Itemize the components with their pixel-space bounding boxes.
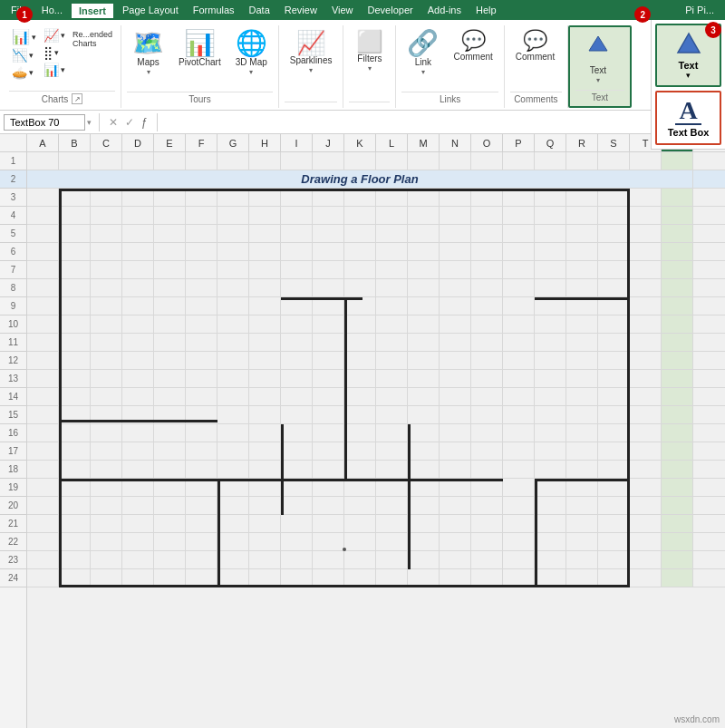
cell-u1[interactable] xyxy=(662,152,693,170)
row-15[interactable]: 15 xyxy=(0,406,26,424)
cell-t5[interactable] xyxy=(630,225,662,242)
link-btn[interactable]: 🔗 Link ▾ xyxy=(401,27,444,80)
cell-g24[interactable] xyxy=(218,569,249,587)
cell-r12[interactable] xyxy=(566,352,598,369)
cell-n6[interactable] xyxy=(440,243,471,260)
cell-q21[interactable] xyxy=(535,515,566,532)
col-header-a[interactable]: A xyxy=(27,134,59,151)
insert-function-icon[interactable]: ƒ xyxy=(140,116,150,129)
cell-t6[interactable] xyxy=(630,243,662,260)
cell-t19[interactable] xyxy=(630,479,662,496)
cell-s9[interactable] xyxy=(598,297,630,315)
cell-a21[interactable] xyxy=(27,515,59,532)
cell-j8[interactable] xyxy=(313,279,344,296)
cell-d20[interactable] xyxy=(122,497,154,514)
row-3[interactable]: 3 xyxy=(0,189,26,207)
cell-o8[interactable] xyxy=(471,279,503,296)
cell-d6[interactable] xyxy=(122,243,154,260)
cell-r18[interactable] xyxy=(566,461,598,478)
cell-r17[interactable] xyxy=(566,442,598,460)
cell-u16[interactable] xyxy=(662,424,693,442)
cell-b21[interactable] xyxy=(59,515,91,532)
cell-d17[interactable] xyxy=(122,442,154,460)
cell-t4[interactable] xyxy=(630,207,662,224)
cell-i6[interactable] xyxy=(281,243,313,260)
cell-n5[interactable] xyxy=(440,225,471,242)
cell-u9[interactable] xyxy=(662,297,693,315)
cell-f20[interactable] xyxy=(186,497,218,514)
cell-q3[interactable] xyxy=(535,189,566,206)
cell-d14[interactable] xyxy=(122,388,154,405)
cell-f22[interactable] xyxy=(186,533,218,550)
cell-g6[interactable] xyxy=(218,243,249,260)
cell-m21[interactable] xyxy=(408,515,440,532)
cell-l4[interactable] xyxy=(376,207,408,224)
cell-o19[interactable] xyxy=(471,479,503,496)
cell-q24[interactable] xyxy=(535,569,566,587)
cell-l16[interactable] xyxy=(376,424,408,442)
cell-c4[interactable] xyxy=(91,207,122,224)
cell-u5[interactable] xyxy=(662,225,693,242)
cell-k16[interactable] xyxy=(344,424,376,442)
cell-c12[interactable] xyxy=(91,352,122,369)
cell-j13[interactable] xyxy=(313,370,344,387)
cell-d7[interactable] xyxy=(122,261,154,278)
cell-k17[interactable] xyxy=(344,442,376,460)
cell-t18[interactable] xyxy=(630,461,662,478)
cell-u12[interactable] xyxy=(662,352,693,369)
cell-a11[interactable] xyxy=(27,334,59,351)
cell-s14[interactable] xyxy=(598,388,630,405)
cell-m3[interactable] xyxy=(408,189,440,206)
cell-k9[interactable] xyxy=(344,297,376,315)
cell-p11[interactable] xyxy=(503,334,535,351)
cell-a18[interactable] xyxy=(27,461,59,478)
cell-b14[interactable] xyxy=(59,388,91,405)
cell-b1[interactable] xyxy=(59,152,91,170)
cell-p21[interactable] xyxy=(503,515,535,532)
cell-c7[interactable] xyxy=(91,261,122,278)
cell-k12[interactable] xyxy=(344,352,376,369)
text-dropdown-btn[interactable]: Text ▾ xyxy=(575,29,621,88)
cell-a3[interactable] xyxy=(27,189,59,206)
cell-t15[interactable] xyxy=(630,406,662,423)
cell-d13[interactable] xyxy=(122,370,154,387)
cell-l11[interactable] xyxy=(376,334,408,351)
cell-j21[interactable] xyxy=(313,515,344,532)
cell-g22[interactable] xyxy=(218,533,249,550)
cell-s4[interactable] xyxy=(598,207,630,224)
cell-e8[interactable] xyxy=(154,279,186,296)
cell-c21[interactable] xyxy=(91,515,122,532)
cell-f6[interactable] xyxy=(186,243,218,260)
cell-e12[interactable] xyxy=(154,352,186,369)
cell-b9[interactable] xyxy=(59,297,91,315)
pivotchart-btn[interactable]: 📊 PivotChart xyxy=(173,27,227,71)
row-20[interactable]: 20 xyxy=(0,497,26,515)
cell-e13[interactable] xyxy=(154,370,186,387)
cell-m24[interactable] xyxy=(408,569,440,587)
cell-r1[interactable] xyxy=(566,152,598,170)
cell-i15[interactable] xyxy=(281,406,313,423)
cell-p7[interactable] xyxy=(503,261,535,278)
row-1[interactable]: 1 xyxy=(0,152,26,170)
cell-s24[interactable] xyxy=(598,569,630,587)
cell-s5[interactable] xyxy=(598,225,630,242)
cell-u6[interactable] xyxy=(662,243,693,260)
cell-u23[interactable] xyxy=(662,551,693,568)
cell-c17[interactable] xyxy=(91,442,122,460)
cell-f16[interactable] xyxy=(186,424,218,442)
col-header-m[interactable]: M xyxy=(408,134,440,151)
menu-insert[interactable]: Insert xyxy=(70,2,115,18)
cell-m13[interactable] xyxy=(408,370,440,387)
cell-h18[interactable] xyxy=(249,461,281,478)
cell-f18[interactable] xyxy=(186,461,218,478)
cell-k5[interactable] xyxy=(344,225,376,242)
cell-q10[interactable] xyxy=(535,315,566,333)
cell-e6[interactable] xyxy=(154,243,186,260)
cell-d18[interactable] xyxy=(122,461,154,478)
cell-l19[interactable] xyxy=(376,479,408,496)
col-header-d[interactable]: D xyxy=(122,134,154,151)
cell-s18[interactable] xyxy=(598,461,630,478)
cell-h10[interactable] xyxy=(249,315,281,333)
row-9[interactable]: 9 xyxy=(0,297,26,315)
cell-o14[interactable] xyxy=(471,388,503,405)
